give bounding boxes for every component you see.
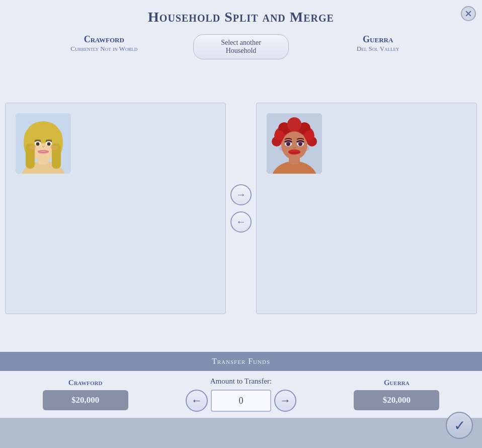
guerra-portrait xyxy=(267,113,322,174)
transfer-arrows: → ← xyxy=(226,184,256,233)
svg-point-39 xyxy=(301,146,309,151)
left-fund-amount: $20,000 xyxy=(43,390,128,410)
decrease-amount-button[interactable]: ← xyxy=(186,390,208,412)
transfer-funds-label: Transfer Funds xyxy=(212,357,270,365)
left-fund-name: Crawford xyxy=(68,379,103,387)
svg-point-13 xyxy=(38,150,49,154)
transfer-left-button[interactable]: ← xyxy=(230,211,252,233)
svg-point-15 xyxy=(50,145,57,150)
right-household-name: Guerra xyxy=(363,34,393,45)
left-household-name: Crawford xyxy=(84,34,124,45)
increase-amount-button[interactable]: → xyxy=(274,390,296,412)
svg-point-25 xyxy=(287,117,301,131)
right-household-location: Del Sol Valley xyxy=(357,45,399,53)
svg-point-11 xyxy=(36,142,40,145)
left-fund-block: Crawford $20,000 xyxy=(35,379,136,410)
right-fund-amount: $20,000 xyxy=(354,390,439,410)
svg-point-28 xyxy=(274,130,284,140)
left-household-location: Currently Not in World xyxy=(70,45,137,53)
svg-point-29 xyxy=(304,130,314,140)
modal-container: Household Split and Merge Crawford Curre… xyxy=(0,0,482,448)
page-title: Household Split and Merge xyxy=(148,9,334,25)
right-fund-name: Guerra xyxy=(384,379,410,387)
right-household-panel xyxy=(256,103,477,314)
left-household-header: Crawford Currently Not in World xyxy=(15,34,193,53)
left-household-panel xyxy=(5,103,226,314)
checkmark-icon: ✓ xyxy=(454,417,465,434)
crawford-portrait xyxy=(16,113,71,174)
amount-controls: ← → xyxy=(186,390,296,412)
panels-area: → ← xyxy=(0,64,482,352)
svg-point-38 xyxy=(279,146,287,151)
select-household-button[interactable]: Select another Household xyxy=(193,34,289,59)
amount-input[interactable] xyxy=(211,390,271,412)
households-header: Crawford Currently Not in World Select a… xyxy=(0,29,482,59)
svg-point-12 xyxy=(47,142,51,145)
amount-to-transfer-label: Amount to Transfer: xyxy=(210,377,272,386)
confirm-button[interactable]: ✓ xyxy=(446,412,473,439)
right-household-header: Guerra Del Sol Valley xyxy=(289,34,467,53)
svg-point-30 xyxy=(282,131,307,160)
transfer-funds-bar: Transfer Funds xyxy=(0,352,482,371)
transfer-row: Crawford $20,000 Amount to Transfer: ← →… xyxy=(0,371,482,418)
amount-section: Amount to Transfer: ← → xyxy=(186,377,296,412)
svg-point-14 xyxy=(29,145,36,150)
right-fund-block: Guerra $20,000 xyxy=(346,379,447,410)
transfer-right-button[interactable]: → xyxy=(230,184,252,205)
close-button[interactable] xyxy=(461,6,476,21)
bottom-bar: ✓ xyxy=(0,418,482,448)
